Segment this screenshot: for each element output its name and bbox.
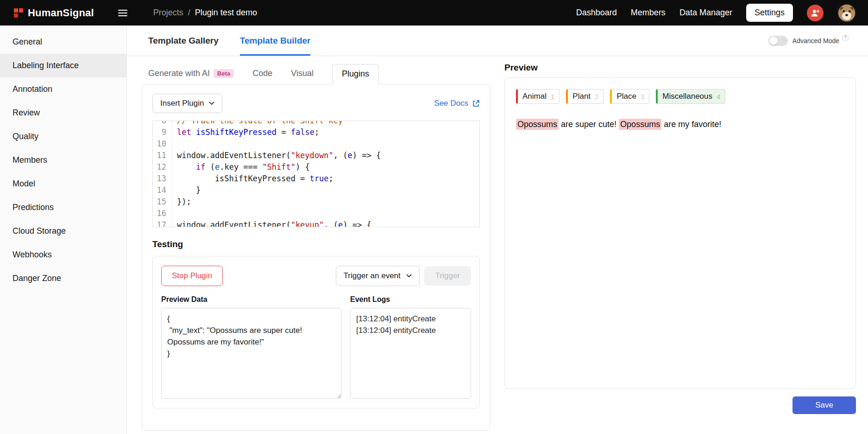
line-content: });: [172, 196, 191, 208]
humansignal-logo[interactable]: HumanSignal: [14, 7, 94, 19]
humansignal-logo-icon: [14, 8, 23, 18]
code-lines: 8// Track the state of the Shift key9let…: [153, 121, 479, 227]
testing-panel: Stop Plugin Trigger an event Trigger: [152, 256, 480, 408]
template-tabs-row: Template Gallery Template Builder Advanc…: [127, 26, 868, 56]
preview-column: Preview Animal1Plant2Place3Miscellaneous…: [491, 56, 868, 434]
label-tag-text: Place: [616, 92, 636, 101]
preview-data-textarea[interactable]: { "my_text": "Opossums are super cute! O…: [161, 308, 342, 399]
code-line-9: 9let isShiftKeyPressed = false;: [153, 127, 479, 138]
sidebar-item-labeling-interface[interactable]: Labeling Interface: [0, 54, 126, 77]
dog-avatar-image: [838, 5, 855, 21]
settings-button[interactable]: Settings: [746, 4, 793, 22]
sidebar-item-cloud-storage[interactable]: Cloud Storage: [0, 219, 126, 243]
subtab-visual[interactable]: Visual: [291, 69, 314, 84]
line-number: 13: [153, 173, 172, 185]
label-tag-hotkey: 3: [641, 93, 644, 101]
trigger-button[interactable]: Trigger: [424, 266, 471, 286]
nav-data-manager[interactable]: Data Manager: [679, 8, 732, 18]
plain-text: are my favorite!: [661, 120, 721, 129]
line-content: }: [172, 185, 201, 196]
chevron-down-icon: [209, 102, 214, 105]
insert-plugin-button[interactable]: Insert Plugin: [152, 94, 222, 113]
subtab-plugins[interactable]: Plugins: [332, 64, 379, 84]
line-content: isShiftKeyPressed = true;: [172, 173, 333, 185]
editor-toolbar: Insert Plugin See Docs: [152, 94, 480, 113]
advanced-mode-help-icon[interactable]: ?: [842, 35, 849, 41]
advanced-mode-toggle[interactable]: [768, 36, 788, 46]
sidebar-item-model[interactable]: Model: [0, 172, 126, 196]
line-number: 12: [153, 161, 172, 173]
subtab-generate-label: Generate with AI: [148, 69, 210, 78]
breadcrumb-separator: /: [188, 8, 190, 18]
code-line-10: 10: [153, 138, 479, 150]
top-navbar: HumanSignal Projects / Plugin test demo …: [0, 0, 868, 26]
sidebar-item-predictions[interactable]: Predictions: [0, 196, 126, 219]
label-tag-text: Miscellaneous: [662, 92, 712, 101]
nav-dashboard[interactable]: Dashboard: [576, 8, 617, 18]
event-logs-label: Event Logs: [350, 295, 471, 304]
tab-template-builder[interactable]: Template Builder: [240, 26, 311, 56]
invite-user-button[interactable]: [807, 5, 824, 21]
external-link-icon: [472, 100, 480, 108]
line-number: 8: [153, 121, 172, 127]
label-tag-hotkey: 1: [551, 93, 554, 101]
sidebar-item-general[interactable]: General: [0, 30, 126, 54]
breadcrumb: Projects / Plugin test demo: [153, 8, 257, 18]
tab-template-gallery[interactable]: Template Gallery: [148, 26, 219, 56]
plain-text: are super cute!: [559, 120, 619, 129]
line-number: 9: [153, 127, 172, 138]
label-tag-hotkey: 4: [717, 93, 720, 101]
line-content: [172, 138, 182, 150]
logo-text: HumanSignal: [28, 7, 94, 19]
breadcrumb-current-page: Plugin test demo: [195, 8, 257, 18]
line-content: if (e.key === "Shift") {: [172, 161, 310, 173]
sidebar-item-review[interactable]: Review: [0, 101, 126, 125]
advanced-mode-control: Advanced Mode ?: [768, 26, 849, 56]
event-logs-box[interactable]: [13:12:04] entityCreate[13:12:04] entity…: [350, 308, 471, 399]
line-number: 14: [153, 185, 172, 196]
label-tag-text: Animal: [522, 92, 547, 101]
sidebar-item-members[interactable]: Members: [0, 148, 126, 172]
user-avatar[interactable]: [837, 4, 856, 22]
highlighted-entity[interactable]: Opossums: [619, 119, 661, 130]
subtab-code[interactable]: Code: [252, 69, 272, 84]
code-line-14: 14 }: [153, 185, 479, 196]
sidebar-item-danger-zone[interactable]: Danger Zone: [0, 267, 126, 290]
testing-heading: Testing: [152, 239, 480, 249]
insert-plugin-label: Insert Plugin: [160, 99, 204, 108]
label-tag-miscellaneous[interactable]: Miscellaneous4: [656, 89, 725, 104]
code-editor[interactable]: 8// Track the state of the Shift key9let…: [152, 121, 480, 227]
subtab-generate-with-ai[interactable]: Generate with AI Beta: [148, 69, 234, 84]
highlighted-entity[interactable]: Opossums: [516, 119, 559, 130]
breadcrumb-projects[interactable]: Projects: [153, 8, 183, 18]
label-tag-plant[interactable]: Plant2: [566, 89, 604, 104]
label-tag-animal[interactable]: Animal1: [516, 89, 560, 104]
menu-icon[interactable]: [115, 7, 130, 19]
sidebar-item-quality[interactable]: Quality: [0, 125, 126, 148]
line-number: 10: [153, 138, 172, 150]
preview-text[interactable]: Opossums are super cute! Opossums are my…: [516, 118, 844, 131]
label-tag-hotkey: 2: [595, 93, 598, 101]
event-log-entry: [13:12:04] entityCreate: [356, 325, 465, 336]
preview-data-label: Preview Data: [161, 295, 342, 304]
testing-grid: Preview Data { "my_text": "Opossums are …: [161, 295, 471, 399]
code-line-13: 13 isShiftKeyPressed = true;: [153, 173, 479, 185]
sidebar-item-annotation[interactable]: Annotation: [0, 77, 126, 101]
line-number: 16: [153, 208, 172, 219]
person-add-icon: [811, 8, 820, 18]
event-logs-column: Event Logs [13:12:04] entityCreate[13:12…: [350, 295, 471, 399]
label-tag-place[interactable]: Place3: [610, 89, 649, 104]
sidebar-item-webhooks[interactable]: Webhooks: [0, 243, 126, 267]
label-tags-row: Animal1Plant2Place3Miscellaneous4: [516, 89, 844, 104]
builder-subtabs: Generate with AI Beta Code Visual Plugin…: [142, 64, 491, 84]
preview-panel: Animal1Plant2Place3Miscellaneous4 Opossu…: [504, 77, 856, 389]
main-content: Template Gallery Template Builder Advanc…: [127, 26, 868, 434]
nav-members[interactable]: Members: [631, 8, 666, 18]
save-button[interactable]: Save: [793, 396, 856, 414]
trigger-event-select[interactable]: Trigger an event: [336, 266, 420, 286]
preview-data-column: Preview Data { "my_text": "Opossums are …: [161, 295, 342, 399]
testing-controls: Stop Plugin Trigger an event Trigger: [161, 266, 471, 286]
stop-plugin-button[interactable]: Stop Plugin: [161, 266, 223, 286]
see-docs-link[interactable]: See Docs: [434, 99, 480, 108]
sidebar-nav: GeneralLabeling InterfaceAnnotationRevie…: [0, 30, 126, 290]
